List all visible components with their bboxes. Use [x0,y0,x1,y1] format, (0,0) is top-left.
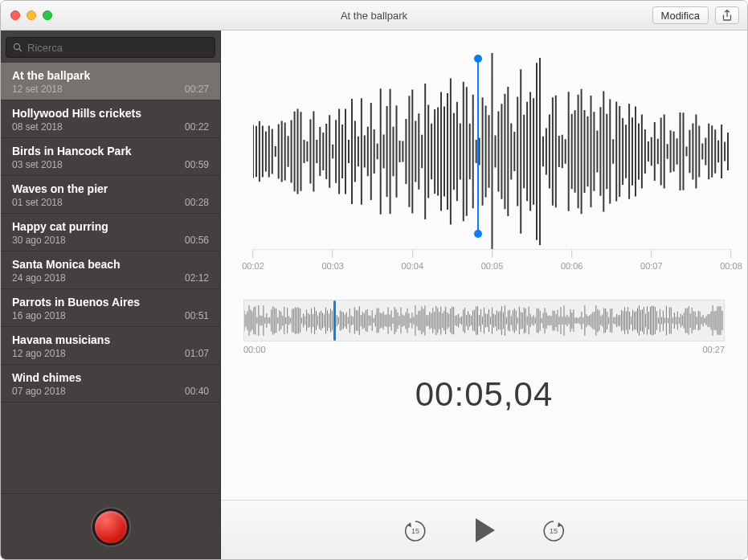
recording-title: Santa Monica beach [12,258,209,271]
time-tick: 00:05 [481,250,504,271]
recording-date: 24 ago 2018 [12,272,66,284]
recording-title: Birds in Hancock Park [12,145,209,157]
time-tick: 00:08 [720,250,742,271]
skip-back-seconds: 15 [411,527,419,535]
recording-duration: 02:12 [185,272,209,284]
recording-duration: 00:59 [185,159,209,170]
recording-item[interactable]: At the ballpark12 set 201800:27 [1,63,220,100]
recording-item[interactable]: Birds in Hancock Park03 set 201800:59 [1,138,220,176]
waveform-area[interactable]: 00:0200:0300:0400:0500:0600:0700:08 [221,31,747,287]
overview-times: 00:00 00:27 [243,345,725,354]
skip-forward-icon: 15 [540,517,567,544]
time-tick: 00:04 [402,250,424,271]
playhead-handle-bottom[interactable] [474,230,482,238]
edit-button-label: Modifica [661,10,700,22]
recording-item[interactable]: Parrots in Buenos Aires16 ago 201800:51 [1,289,220,327]
sidebar: At the ballpark12 set 201800:27Hollywood… [1,31,221,559]
skip-forward-seconds: 15 [549,527,557,535]
skip-back-icon: 15 [402,517,429,544]
recording-date: 30 ago 2018 [12,235,66,246]
current-time-display: 00:05,04 [221,375,747,414]
play-icon [472,517,497,544]
app-window: At the ballpark Modifica At the ballpark… [0,0,748,560]
toolbar-right: Modifica [652,6,747,24]
recording-date: 12 set 2018 [12,84,63,95]
waveform-large [253,53,731,250]
recording-title: Happy cat purring [12,220,209,233]
recording-title: Hollywood Hills crickets [12,107,209,120]
recording-duration: 00:22 [185,121,209,133]
recordings-list: At the ballpark12 set 201800:27Hollywood… [1,63,220,493]
close-window-button[interactable] [10,10,20,20]
recording-title: Parrots in Buenos Aires [12,296,209,309]
skip-forward-button[interactable]: 15 [537,513,570,547]
recording-duration: 00:28 [185,197,209,208]
skip-back-button[interactable]: 15 [399,513,432,547]
recording-title: Wind chimes [12,371,209,384]
play-button[interactable] [468,513,501,547]
overview-area: 00:00 00:27 [221,287,747,354]
time-ruler: 00:0200:0300:0400:0500:0600:0700:08 [253,250,731,287]
recording-duration: 00:56 [185,235,209,246]
recording-title: Havana musicians [12,333,209,346]
window-controls [1,10,52,20]
recording-item[interactable]: Hollywood Hills crickets08 set 201800:22 [1,100,220,138]
record-row [1,493,220,559]
recording-duration: 00:40 [185,386,209,397]
recording-item[interactable]: Santa Monica beach24 ago 201802:12 [1,251,220,289]
share-icon [721,9,734,22]
playback-controls: 15 15 [221,500,747,559]
overview-waveform[interactable] [243,300,725,341]
recording-date: 07 ago 2018 [12,386,66,397]
recording-date: 03 set 2018 [12,159,63,170]
time-tick: 00:06 [561,250,583,271]
main-body: At the ballpark12 set 201800:27Hollywood… [1,31,747,559]
search-field[interactable] [6,37,215,58]
time-tick: 00:03 [321,250,344,271]
recording-date: 12 ago 2018 [12,348,66,359]
titlebar: At the ballpark Modifica [1,1,747,31]
time-tick: 00:07 [640,250,663,271]
edit-button[interactable]: Modifica [652,6,709,24]
recording-title: At the ballpark [12,69,209,82]
recording-title: Waves on the pier [12,182,209,195]
recording-date: 16 ago 2018 [12,310,66,321]
recording-duration: 00:27 [185,84,209,95]
recording-duration: 00:51 [185,310,209,321]
minimize-window-button[interactable] [27,10,36,20]
search-icon [13,43,22,52]
time-tick: 00:02 [242,250,264,271]
playhead-line [477,59,479,233]
recording-date: 01 set 2018 [12,197,63,208]
svg-point-0 [14,43,19,49]
detail-panel: 00:0200:0300:0400:0500:0600:0700:08 00:0… [221,31,747,559]
overview-start-time: 00:00 [243,345,266,354]
recording-item[interactable]: Havana musicians12 ago 201801:07 [1,327,220,365]
overview-playhead[interactable] [333,300,336,341]
search-input[interactable] [27,42,208,54]
waveform-overview [244,300,724,341]
recording-item[interactable]: Wind chimes07 ago 201800:40 [1,365,220,403]
recording-date: 08 set 2018 [12,121,63,133]
recording-duration: 01:07 [185,348,209,359]
share-button[interactable] [715,6,739,24]
overview-end-time: 00:27 [702,345,725,354]
recording-item[interactable]: Waves on the pier01 set 201800:28 [1,176,220,214]
zoom-window-button[interactable] [43,10,52,20]
recording-item[interactable]: Happy cat purring30 ago 201800:56 [1,214,220,251]
window-title: At the ballpark [1,10,747,22]
record-button[interactable] [92,509,129,546]
